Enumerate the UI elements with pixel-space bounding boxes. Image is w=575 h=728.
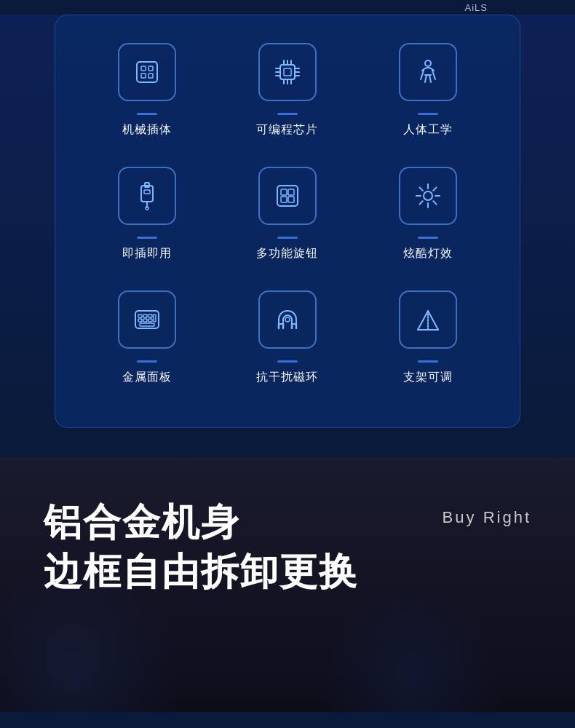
divider-stand	[418, 360, 438, 363]
label-lighting: 炫酷灯效	[403, 246, 453, 261]
usb-icon	[131, 180, 163, 212]
metal-icon-box	[118, 290, 176, 349]
svg-rect-45	[148, 319, 152, 322]
divider-usb	[137, 237, 157, 239]
label-metal: 金属面板	[122, 370, 172, 385]
svg-rect-29	[288, 197, 294, 202]
svg-point-52	[285, 317, 290, 322]
feature-item-stand: 支架可调	[357, 277, 498, 401]
magnet-icon-box	[258, 290, 317, 349]
top-section: 机械插体	[0, 15, 575, 457]
chip-icon	[271, 56, 304, 88]
bottom-content: 铝合金机身 边框自由拆卸更换	[0, 457, 575, 594]
label-knob: 多功能旋钮	[256, 246, 318, 261]
keyboard-icon	[131, 304, 163, 336]
svg-rect-2	[148, 66, 153, 71]
svg-line-38	[419, 201, 422, 204]
svg-rect-5	[280, 65, 295, 79]
main-title-line1: 铝合金机身	[44, 501, 575, 545]
top-bar: AiLS	[0, 0, 575, 15]
divider-magnet	[277, 360, 298, 363]
magnet-icon	[271, 304, 304, 336]
lighting-icon-box	[399, 167, 457, 225]
feature-item-magnet: 抗干扰磁环	[218, 277, 358, 401]
ails-brand: AiLS	[465, 2, 488, 13]
label-magnet: 抗干扰磁环	[256, 370, 318, 385]
label-stand: 支架可调	[403, 370, 453, 385]
knob-icon	[271, 180, 304, 212]
label-usb: 即插即用	[122, 246, 172, 261]
mechanical-icon-box	[118, 43, 176, 101]
divider-chip	[277, 113, 298, 115]
mechanical-icon	[131, 56, 163, 88]
svg-line-36	[433, 201, 436, 204]
knob-icon-box	[258, 167, 317, 225]
svg-rect-43	[138, 319, 142, 322]
svg-rect-42	[148, 314, 152, 317]
svg-rect-40	[138, 314, 142, 317]
feature-card: 机械插体	[55, 15, 520, 428]
deco-circle-2	[320, 588, 502, 712]
divider-knob	[277, 237, 298, 239]
feature-item-ergonomics: 人体工学	[357, 30, 498, 154]
divider-metal	[137, 360, 157, 363]
stand-icon-box	[399, 290, 457, 349]
feature-item-lighting: 炫酷灯效	[357, 154, 498, 277]
ergonomics-icon-box	[399, 43, 457, 101]
svg-rect-26	[281, 189, 287, 195]
label-mechanical: 机械插体	[122, 122, 172, 138]
stand-icon	[412, 304, 444, 336]
feature-item-mechanical: 机械插体	[77, 30, 218, 154]
divider-lighting	[418, 237, 438, 239]
main-title-line2: 边框自由拆卸更换	[44, 550, 575, 594]
svg-line-37	[433, 187, 436, 190]
svg-rect-41	[143, 314, 147, 317]
svg-point-19	[425, 60, 431, 66]
svg-line-35	[419, 187, 422, 190]
feature-item-knob: 多功能旋钮	[218, 154, 358, 277]
feature-grid: 机械插体	[77, 30, 498, 401]
chip-icon-box	[258, 43, 317, 101]
feature-item-chip: 可编程芯片	[218, 30, 358, 154]
bottom-section: 铝合金机身 边框自由拆卸更换 Buy Right	[0, 457, 575, 712]
svg-point-30	[424, 191, 432, 200]
svg-rect-28	[281, 197, 287, 202]
svg-rect-25	[277, 186, 298, 206]
svg-rect-44	[143, 319, 147, 322]
usb-icon-box	[118, 167, 176, 225]
svg-rect-27	[288, 189, 294, 195]
feature-item-usb: 即插即用	[77, 154, 218, 277]
svg-rect-18	[284, 68, 291, 76]
svg-rect-46	[154, 314, 156, 322]
feature-item-metal: 金属面板	[77, 277, 218, 401]
svg-rect-3	[141, 74, 146, 78]
label-chip: 可编程芯片	[256, 122, 318, 138]
svg-rect-0	[137, 62, 157, 82]
ergonomics-icon	[412, 56, 444, 88]
lighting-icon	[412, 180, 444, 212]
svg-rect-47	[140, 323, 154, 326]
svg-rect-24	[144, 190, 150, 194]
divider-ergonomics	[418, 113, 438, 115]
label-ergonomics: 人体工学	[403, 122, 453, 138]
svg-rect-4	[148, 74, 153, 78]
divider-mechanical	[137, 113, 157, 115]
svg-rect-1	[141, 66, 146, 71]
